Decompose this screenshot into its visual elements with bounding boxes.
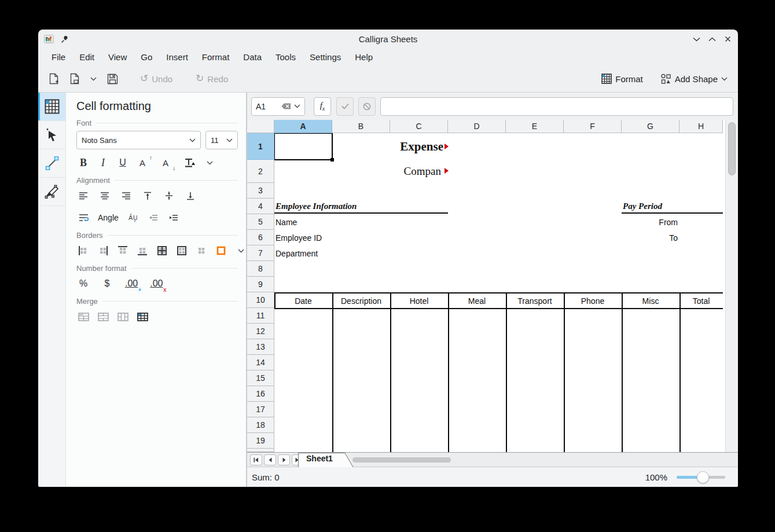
increase-precision-button[interactable]: .00+: [125, 277, 138, 290]
row-header-16[interactable]: 16: [247, 386, 274, 402]
clear-reference-icon[interactable]: [281, 103, 291, 109]
row-header-12[interactable]: 12: [247, 324, 274, 339]
font-size-select[interactable]: 11: [205, 131, 238, 149]
new-document-button[interactable]: [45, 70, 63, 87]
cell-area[interactable]: Expense Compan Employee Information Pay …: [274, 133, 725, 452]
wrap-text-button[interactable]: [78, 211, 89, 224]
column-header-a[interactable]: A: [274, 120, 332, 133]
grow-font-button[interactable]: A↑: [137, 156, 148, 169]
close-button[interactable]: [723, 35, 732, 44]
zoom-slider[interactable]: [677, 471, 725, 483]
column-header-b[interactable]: B: [332, 120, 390, 133]
zoom-slider-handle[interactable]: [697, 471, 709, 483]
angle-button[interactable]: Angle: [98, 213, 119, 222]
align-top-button[interactable]: [142, 189, 153, 202]
redo-button[interactable]: ↻ Redo: [192, 71, 232, 87]
grid-corner[interactable]: [247, 120, 274, 133]
vertical-scrollbar[interactable]: [725, 120, 738, 452]
cell-tool-button[interactable]: [38, 93, 65, 121]
italic-button[interactable]: I: [97, 156, 109, 169]
column-header-f[interactable]: F: [564, 120, 622, 133]
border-none-button[interactable]: [196, 244, 207, 257]
row-header-3[interactable]: 3: [247, 183, 274, 199]
menu-item-settings[interactable]: Settings: [303, 50, 347, 64]
row-header-9[interactable]: 9: [247, 277, 274, 292]
border-outline-button[interactable]: [176, 244, 188, 257]
decrease-indent-button[interactable]: [148, 211, 159, 224]
first-sheet-button[interactable]: [250, 454, 262, 465]
border-bottom-button[interactable]: [137, 244, 148, 257]
previous-sheet-button[interactable]: [264, 454, 276, 465]
connector-tool-button[interactable]: [38, 149, 65, 178]
decrease-precision-button[interactable]: .00x: [150, 277, 163, 290]
increase-indent-button[interactable]: [168, 211, 179, 224]
row-header-5[interactable]: 5: [247, 214, 274, 230]
format-button[interactable]: Format: [598, 71, 647, 87]
border-top-button[interactable]: [117, 244, 128, 257]
align-center-button[interactable]: [99, 189, 111, 202]
border-all-button[interactable]: [156, 244, 168, 257]
column-header-h[interactable]: H: [679, 120, 723, 133]
sheet-tab-sheet1[interactable]: Sheet1: [298, 453, 354, 467]
menu-item-data[interactable]: Data: [237, 50, 268, 64]
align-bottom-button[interactable]: [185, 189, 196, 202]
menu-item-file[interactable]: File: [45, 50, 72, 64]
shape-select-tool-button[interactable]: [38, 121, 65, 149]
formula-input[interactable]: [380, 97, 733, 116]
row-header-10[interactable]: 10: [247, 292, 274, 308]
row-header-13[interactable]: 13: [247, 339, 274, 355]
vertical-text-button[interactable]: A U: [127, 211, 139, 224]
font-more-chevron[interactable]: [204, 156, 215, 169]
formula-wizard-button[interactable]: fx: [314, 97, 331, 116]
menu-item-insert[interactable]: Insert: [160, 50, 194, 64]
border-right-button[interactable]: [97, 244, 109, 257]
open-document-button[interactable]: [66, 70, 83, 87]
row-header-17[interactable]: 17: [247, 402, 274, 417]
menu-item-go[interactable]: Go: [134, 50, 159, 64]
merge-cells-button[interactable]: [78, 310, 89, 323]
chevron-down-icon[interactable]: [294, 104, 300, 108]
maximize-button[interactable]: [707, 35, 717, 44]
row-header-6[interactable]: 6: [247, 230, 274, 245]
vertical-scrollbar-thumb[interactable]: [728, 122, 736, 175]
row-header-19[interactable]: 19: [247, 433, 274, 449]
path-tool-button[interactable]: [38, 178, 65, 206]
merge-row-button[interactable]: [97, 310, 109, 323]
row-header-2[interactable]: 2: [247, 160, 274, 183]
titlebar[interactable]: Calligra Sheets: [38, 30, 738, 49]
column-header-d[interactable]: D: [448, 120, 506, 133]
align-left-button[interactable]: [78, 189, 89, 202]
row-header-15[interactable]: 15: [247, 370, 274, 386]
menu-item-edit[interactable]: Edit: [73, 50, 101, 64]
add-shape-button[interactable]: Add Shape: [657, 71, 731, 87]
menu-item-view[interactable]: View: [102, 50, 133, 64]
row-header-11[interactable]: 11: [247, 308, 274, 324]
cell-reference-box[interactable]: A1: [251, 97, 305, 116]
selection-fill-handle[interactable]: [330, 158, 334, 162]
row-header-18[interactable]: 18: [247, 417, 274, 433]
border-left-button[interactable]: [78, 244, 89, 257]
shrink-font-button[interactable]: A↓: [160, 156, 171, 169]
column-header-e[interactable]: E: [506, 120, 564, 133]
next-sheet-button[interactable]: [278, 454, 290, 465]
row-header-4[interactable]: 4: [247, 199, 274, 214]
align-vcenter-button[interactable]: [163, 189, 175, 202]
menu-item-tools[interactable]: Tools: [269, 50, 302, 64]
cancel-entry-button[interactable]: [358, 97, 376, 116]
row-header-1[interactable]: 1: [247, 133, 274, 160]
save-button[interactable]: [104, 71, 122, 87]
text-color-button[interactable]: [184, 156, 196, 169]
accept-entry-button[interactable]: [336, 97, 354, 116]
merge-column-button[interactable]: [117, 310, 128, 323]
align-right-button[interactable]: [120, 189, 132, 202]
border-more-chevron[interactable]: [235, 244, 247, 257]
undo-button[interactable]: ↺ Undo: [137, 71, 176, 87]
row-header-14[interactable]: 14: [247, 355, 274, 370]
font-family-select[interactable]: Noto Sans: [76, 131, 201, 149]
column-header-g[interactable]: G: [622, 120, 679, 133]
menu-item-help[interactable]: Help: [348, 50, 379, 64]
column-header-c[interactable]: C: [390, 120, 448, 133]
border-color-button[interactable]: [215, 244, 227, 257]
underline-button[interactable]: U: [117, 156, 128, 169]
money-format-button[interactable]: $: [101, 277, 113, 290]
